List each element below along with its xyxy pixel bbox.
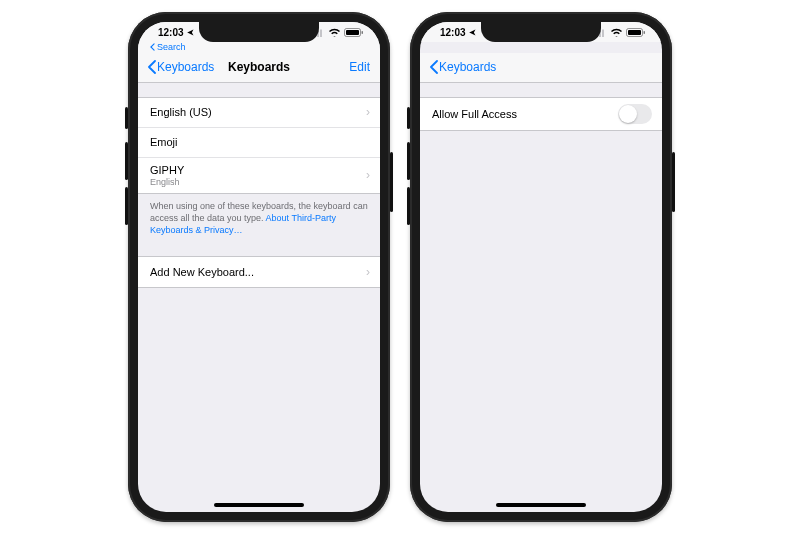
wifi-icon [328, 28, 341, 37]
chevron-right-icon: › [366, 105, 370, 119]
svg-rect-6 [346, 30, 359, 35]
phone-left: 12:03 ➤ Search Keyboards Keyboards Edit [128, 12, 390, 522]
edit-button[interactable]: Edit [349, 60, 370, 74]
keyboard-row-emoji[interactable]: Emoji [138, 128, 380, 158]
breadcrumb[interactable]: Search [138, 42, 380, 53]
svg-rect-12 [644, 31, 646, 34]
content-right: Allow Full Access [420, 83, 662, 131]
add-keyboard-row[interactable]: Add New Keyboard... › [138, 257, 380, 287]
keyboard-row-giphy[interactable]: GIPHY English › [138, 158, 380, 193]
row-label: GIPHY [150, 164, 184, 176]
row-sublabel: English [150, 177, 184, 187]
row-label: English (US) [150, 106, 212, 118]
privacy-footer: When using one of these keyboards, the k… [138, 194, 380, 236]
svg-rect-5 [362, 31, 364, 34]
chevron-left-icon [150, 43, 155, 51]
screen-left: 12:03 ➤ Search Keyboards Keyboards Edit [138, 22, 380, 512]
location-services-icon: ➤ [469, 28, 476, 37]
svg-rect-3 [320, 30, 322, 38]
home-indicator[interactable] [496, 503, 586, 507]
row-label: Allow Full Access [432, 108, 517, 120]
keyboard-list: English (US) › Emoji GIPHY English › [138, 97, 380, 194]
back-button[interactable]: Keyboards [148, 60, 214, 74]
back-label: Keyboards [439, 60, 496, 74]
keyboard-row-english[interactable]: English (US) › [138, 98, 380, 128]
screen-right: 12:03 ➤ . Keyboards Allow Full Access [420, 22, 662, 512]
notch [199, 22, 319, 42]
wifi-icon [610, 28, 623, 37]
nav-bar: Keyboards Keyboards Edit [138, 53, 380, 83]
status-time: 12:03 [158, 27, 184, 38]
chevron-left-icon [430, 60, 438, 74]
battery-icon [626, 28, 646, 37]
back-label: Keyboards [157, 60, 214, 74]
battery-icon [344, 28, 364, 37]
row-label: Emoji [150, 136, 178, 148]
status-time: 12:03 [440, 27, 466, 38]
back-button[interactable]: Keyboards [430, 60, 496, 74]
access-group: Allow Full Access [420, 97, 662, 131]
breadcrumb-label: Search [157, 42, 186, 52]
allow-full-access-toggle[interactable] [618, 104, 652, 124]
home-indicator[interactable] [214, 503, 304, 507]
svg-rect-10 [602, 30, 604, 38]
phone-right: 12:03 ➤ . Keyboards Allow Full Access [410, 12, 672, 522]
svg-rect-13 [628, 30, 641, 35]
row-label: Add New Keyboard... [150, 266, 254, 278]
chevron-left-icon [148, 60, 156, 74]
add-keyboard-group: Add New Keyboard... › [138, 256, 380, 288]
allow-full-access-row[interactable]: Allow Full Access [420, 98, 662, 130]
chevron-right-icon: › [366, 168, 370, 182]
location-services-icon: ➤ [187, 28, 194, 37]
chevron-right-icon: › [366, 265, 370, 279]
notch [481, 22, 601, 42]
content-left: English (US) › Emoji GIPHY English › Whe… [138, 83, 380, 288]
nav-bar: Keyboards [420, 53, 662, 83]
